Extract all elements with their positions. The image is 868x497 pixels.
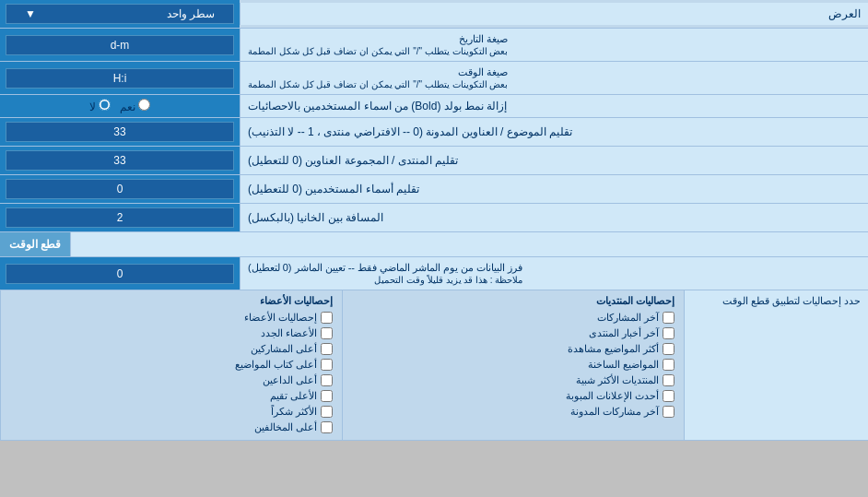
chk-forum-news-input[interactable] xyxy=(663,327,674,339)
display-select-cell: سطر واحد ▼ xyxy=(0,0,240,28)
forum-trim-row: تقليم المنتدى / المجموعة العناوين (0 للت… xyxy=(0,147,868,175)
time-format-input[interactable] xyxy=(6,68,234,89)
date-format-text: صيغة التاريخ xyxy=(459,33,508,44)
chk-member-stats-input[interactable] xyxy=(321,312,333,324)
forum-trim-text: تقليم المنتدى / المجموعة العناوين (0 للت… xyxy=(248,154,458,167)
space-between-input[interactable] xyxy=(6,207,234,228)
chk-top-raters: الأعلى تقيم xyxy=(10,388,333,404)
forum-trim-label: تقليم المنتدى / المجموعة العناوين (0 للت… xyxy=(240,147,868,174)
apply-stats-label: حدد إحصاليات لتطبيق قطع الوقت xyxy=(684,290,868,440)
members-stats-col: إحصاليات الأعضاء إحصاليات الأعضاء الأعضا… xyxy=(0,290,342,440)
remove-bold-radios: نعم لا xyxy=(89,99,151,113)
time-format-input-cell xyxy=(0,62,240,94)
space-between-label: المسافة بين الخانيا (بالبكسل) xyxy=(240,204,868,231)
cutoff-section-header-row: قطع الوقت xyxy=(0,232,868,257)
forum-trim-input-cell xyxy=(0,147,240,174)
forums-stats-col: إحصاليات المنتديات آخر المشاركات آخر أخب… xyxy=(342,290,684,440)
cutoff-value-input-cell xyxy=(0,257,240,290)
chk-top-writers: أعلى كتاب المواضيع xyxy=(10,357,333,373)
topics-trim-input[interactable] xyxy=(6,122,234,142)
date-format-input[interactable] xyxy=(6,35,234,55)
date-format-row: صيغة التاريخ بعض التكوينات يتطلب "/" الت… xyxy=(0,29,868,62)
time-format-label: صيغة الوقت بعض التكوينات يتطلب "/" التي … xyxy=(240,62,868,94)
chk-member-stats-label: إحصاليات الأعضاء xyxy=(244,312,317,324)
chk-top-writers-input[interactable] xyxy=(321,359,333,371)
radio-yes[interactable] xyxy=(138,99,150,111)
cutoff-value-row: فرز البيانات من يوم الماشر الماضي فقط --… xyxy=(0,257,868,290)
remove-bold-label: إزالة نمط بولد (Bold) من اسماء المستخدمي… xyxy=(240,95,868,117)
date-format-note: بعض التكوينات يتطلب "/" التي يمكن ان تضا… xyxy=(248,46,508,56)
chk-top-inviters-input[interactable] xyxy=(321,374,333,386)
radio-no[interactable] xyxy=(99,99,111,111)
chk-last-notes: آخر مشاركات المدونة xyxy=(352,404,674,420)
time-format-text: صيغة الوقت xyxy=(458,66,508,77)
time-format-row: صيغة الوقت بعض التكوينات يتطلب "/" التي … xyxy=(0,62,868,95)
chk-top-inviters: أعلى الداعين xyxy=(10,373,333,388)
topics-trim-row: تقليم الموضوع / العناوين المدونة (0 -- ا… xyxy=(0,118,868,147)
space-between-input-cell xyxy=(0,204,240,231)
chk-hot-topics-label: المواضيع الساخنة xyxy=(588,359,659,371)
chk-new-members: الأعضاء الجدد xyxy=(10,325,333,341)
users-trim-row: تقليم أسماء المستخدمين (0 للتعطيل) xyxy=(0,175,868,204)
chk-hot-topics-input[interactable] xyxy=(663,359,674,371)
chk-top-raters-input[interactable] xyxy=(321,390,333,402)
radio-yes-label: نعم xyxy=(120,99,150,113)
users-trim-text: تقليم أسماء المستخدمين (0 للتعطيل) xyxy=(248,183,419,195)
chk-member-stats: إحصاليات الأعضاء xyxy=(10,310,333,325)
display-row: العرض سطر واحد ▼ xyxy=(0,0,868,29)
date-format-label: صيغة التاريخ بعض التكوينات يتطلب "/" الت… xyxy=(240,29,868,61)
remove-bold-row: إزالة نمط بولد (Bold) من اسماء المستخدمي… xyxy=(0,95,868,118)
display-label: العرض xyxy=(240,3,868,25)
time-format-note: بعض التكوينات يتطلب "/" التي يمكن ان تضا… xyxy=(248,79,508,89)
topics-trim-input-cell xyxy=(0,118,240,146)
chk-new-members-input[interactable] xyxy=(321,327,333,339)
display-text: العرض xyxy=(828,7,861,20)
chk-hot-topics: المواضيع الساخنة xyxy=(352,357,674,373)
chk-last-ads: أحدث الإعلانات المبوبة xyxy=(352,388,674,404)
chk-top-posters-label: أعلى المشاركين xyxy=(251,343,317,355)
chk-last-posts: آخر المشاركات xyxy=(352,310,674,325)
chk-top-moderators: أعلى المخالفين xyxy=(10,420,333,435)
chk-last-posts-input[interactable] xyxy=(663,312,674,324)
chk-last-ads-label: أحدث الإعلانات المبوبة xyxy=(566,390,659,402)
chk-most-thanks-label: الأكثر شكراً xyxy=(271,406,317,418)
cutoff-value-note: ملاحظة : هذا قد يزيد قليلاً وقت التحميل xyxy=(374,275,522,285)
topics-trim-text: تقليم الموضوع / العناوين المدونة (0 -- ا… xyxy=(248,125,572,138)
topics-trim-label: تقليم الموضوع / العناوين المدونة (0 -- ا… xyxy=(240,118,868,146)
chk-most-viewed: أكثر المواضيع مشاهدة xyxy=(352,341,674,357)
chk-similar-forums: المنتديات الأكثر شبية xyxy=(352,373,674,388)
chk-forum-news-label: آخر أخبار المنتدى xyxy=(589,327,659,339)
chk-similar-forums-label: المنتديات الأكثر شبية xyxy=(576,374,659,386)
cutoff-section-header: قطع الوقت xyxy=(0,232,70,256)
chk-similar-forums-input[interactable] xyxy=(663,374,674,386)
chk-most-thanks: الأكثر شكراً xyxy=(10,404,333,420)
chk-top-posters-input[interactable] xyxy=(321,343,333,355)
remove-bold-text: إزالة نمط بولد (Bold) من اسماء المستخدمي… xyxy=(248,100,507,112)
chk-top-writers-label: أعلى كتاب المواضيع xyxy=(235,359,317,371)
chk-top-posters: أعلى المشاركين xyxy=(10,341,333,357)
users-trim-input[interactable] xyxy=(6,179,234,199)
cutoff-value-main: فرز البيانات من يوم الماشر الماضي فقط --… xyxy=(248,262,522,273)
chk-top-inviters-label: أعلى الداعين xyxy=(263,374,317,386)
users-trim-input-cell xyxy=(0,175,240,203)
chk-most-thanks-input[interactable] xyxy=(321,406,333,418)
chk-top-moderators-input[interactable] xyxy=(321,421,333,433)
cutoff-value-input[interactable] xyxy=(6,264,234,284)
space-between-row: المسافة بين الخانيا (بالبكسل) xyxy=(0,204,868,232)
chk-new-members-label: الأعضاء الجدد xyxy=(261,327,317,339)
forums-stats-title: إحصاليات المنتديات xyxy=(352,295,674,307)
chk-most-viewed-input[interactable] xyxy=(663,343,674,355)
forum-trim-input[interactable] xyxy=(6,150,234,171)
chk-last-ads-input[interactable] xyxy=(663,390,674,402)
remove-bold-radio-cell: نعم لا xyxy=(0,95,240,117)
chk-last-posts-label: آخر المشاركات xyxy=(597,312,659,324)
dropdown-label: سطر واحد xyxy=(167,7,215,20)
checkbox-section: حدد إحصاليات لتطبيق قطع الوقت إحصاليات ا… xyxy=(0,290,868,441)
members-stats-title: إحصاليات الأعضاء xyxy=(10,295,333,307)
date-format-input-cell xyxy=(0,29,240,61)
chk-last-notes-input[interactable] xyxy=(663,406,674,418)
chk-most-viewed-label: أكثر المواضيع مشاهدة xyxy=(568,343,659,355)
chk-forum-news: آخر أخبار المنتدى xyxy=(352,325,674,341)
display-dropdown[interactable]: سطر واحد ▼ xyxy=(6,4,234,24)
chk-top-raters-label: الأعلى تقيم xyxy=(270,390,317,402)
